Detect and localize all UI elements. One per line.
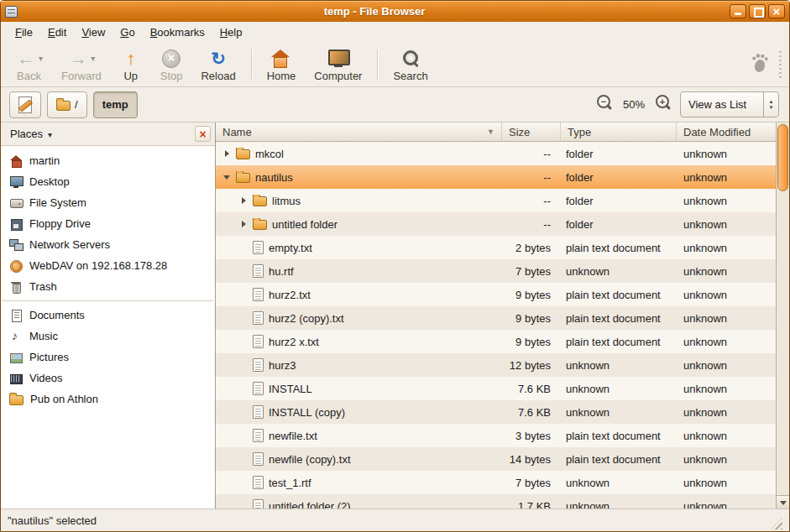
path-root-button[interactable]: /	[47, 91, 87, 118]
toolbar-button-icon-area: ▾	[15, 48, 43, 70]
file-row-hurz2-x-txt[interactable]: hurz2 x.txt9 bytesplain text documentunk…	[216, 330, 776, 353]
toolbar-grip[interactable]	[779, 51, 782, 78]
column-header-date-modified[interactable]: Date Modified	[677, 123, 776, 141]
view-mode-combobox[interactable]: View as List	[680, 91, 779, 117]
type-cell: folder	[561, 148, 677, 160]
reload-button[interactable]: Reload	[191, 44, 244, 86]
expander-expanded-icon[interactable]	[221, 171, 233, 184]
sidebar-close-button[interactable]	[195, 126, 211, 142]
back-button[interactable]: ▾Back	[6, 44, 52, 86]
file-row-litmus[interactable]: litmus--folderunknown	[216, 189, 776, 212]
zoom-out-icon	[595, 94, 614, 112]
sidebar-item-desktop[interactable]: Desktop	[1, 171, 215, 192]
dropdown-arrow-icon[interactable]: ▾	[91, 54, 95, 63]
expander-collapsed-icon[interactable]	[238, 218, 250, 231]
size-cell: --	[502, 195, 561, 207]
file-icon	[253, 241, 264, 254]
toolbar-button-icon-area	[120, 48, 142, 70]
file-row-newfile-txt[interactable]: newfile.txt3 bytesplain text documentunk…	[216, 424, 776, 447]
sidebar-item-music[interactable]: Music	[1, 326, 215, 347]
computer-button[interactable]: Computer	[305, 44, 371, 86]
home-icon	[270, 49, 292, 69]
sidebar-item-pub-on-athlon[interactable]: Pub on Athlon	[1, 389, 215, 409]
date-modified-cell: unknown	[677, 171, 776, 184]
maximize-button[interactable]	[749, 4, 766, 18]
resize-grip[interactable]	[771, 518, 782, 529]
name-cell: hurz2 (copy).txt	[216, 311, 502, 325]
file-row-untitled-folder[interactable]: untitled folder--folderunknown	[216, 212, 776, 236]
column-header-type[interactable]: Type	[561, 123, 677, 141]
expander-spacer	[238, 383, 250, 395]
name-cell: hurz3	[216, 358, 502, 372]
sidebar-item-floppy-drive[interactable]: Floppy Drive	[1, 213, 215, 234]
titlebar[interactable]: temp - File Browser	[1, 1, 789, 22]
expander-collapsed-icon[interactable]	[238, 195, 250, 207]
file-row-empty-txt[interactable]: empty.txt2 bytesplain text documentunkno…	[216, 236, 776, 259]
sidebar-item-network-servers[interactable]: Network Servers	[1, 234, 215, 255]
file-row-install[interactable]: INSTALL7.6 KBunknownunknown	[216, 377, 776, 400]
close-button[interactable]	[768, 4, 785, 18]
sidebar-item-martin[interactable]: martin	[1, 150, 215, 171]
menu-help[interactable]: Help	[212, 23, 250, 41]
column-header-size[interactable]: Size	[502, 123, 561, 141]
sidebar-item-file-system[interactable]: File System	[1, 192, 215, 213]
folder-icon	[9, 395, 24, 405]
file-row-hu-rtf[interactable]: hu.rtf7 bytesunknownunknown	[216, 259, 776, 283]
file-row-hurz3[interactable]: hurz312 bytesunknownunknown	[216, 353, 776, 377]
vertical-scrollbar[interactable]	[776, 123, 789, 509]
toolbar-button-label: Stop	[160, 70, 183, 82]
minimize-button[interactable]	[730, 4, 746, 18]
file-row-mkcol[interactable]: mkcol--folderunknown	[216, 142, 776, 165]
scrollbar-thumb[interactable]	[777, 124, 788, 191]
date-modified-cell: unknown	[677, 430, 776, 442]
menu-edit[interactable]: Edit	[40, 23, 74, 41]
name-cell: INSTALL	[216, 382, 502, 395]
expander-collapsed-icon[interactable]	[221, 148, 233, 160]
menu-go[interactable]: Go	[112, 23, 142, 41]
sidebar-item-trash[interactable]: Trash	[1, 276, 215, 297]
up-button[interactable]: Up	[111, 44, 151, 86]
file-name: hurz2.txt	[269, 289, 311, 301]
size-cell: 9 bytes	[502, 336, 561, 348]
forward-button[interactable]: ▾Forward	[52, 44, 111, 86]
name-cell: INSTALL (copy)	[216, 405, 502, 419]
music-icon	[9, 330, 23, 343]
menu-view[interactable]: View	[74, 23, 112, 41]
menu-bookmarks[interactable]: Bookmarks	[143, 23, 212, 41]
file-row-nautilus[interactable]: nautilus--folderunknown	[216, 165, 776, 189]
file-row-hurz2-txt[interactable]: hurz2.txt9 bytesplain text documentunkno…	[216, 283, 776, 306]
places-menu-button[interactable]: Places	[5, 126, 57, 142]
dropdown-arrow-icon[interactable]: ▾	[39, 54, 43, 63]
file-row-hurz2-copy-txt[interactable]: hurz2 (copy).txt9 bytesplain text docume…	[216, 306, 776, 330]
stop-button[interactable]: Stop	[151, 44, 192, 86]
file-row-test-1-rtf[interactable]: test_1.rtf7 bytesunknownunknown	[216, 471, 776, 494]
file-row-newfile-copy-txt[interactable]: newfile (copy).txt14 bytesplain text doc…	[216, 447, 776, 471]
type-cell: unknown	[561, 359, 677, 372]
home-button[interactable]: Home	[258, 44, 306, 86]
toggle-location-entry-button[interactable]	[9, 91, 41, 118]
trash-icon	[9, 280, 23, 294]
toolbar-button-icon-area	[400, 48, 421, 70]
file-row-untitled-folder-2[interactable]: untitled folder (2)1.7 KBunknownunknown	[216, 494, 776, 509]
search-button[interactable]: Search	[384, 44, 437, 86]
sidebar-item-videos[interactable]: Videos	[1, 368, 215, 389]
column-label: Date Modified	[683, 126, 751, 138]
toolbar-button-icon-area	[270, 48, 292, 70]
menu-file[interactable]: File	[8, 23, 40, 41]
expander-spacer	[238, 289, 250, 301]
user-home-icon	[9, 154, 23, 168]
scrollbar-down-button[interactable]	[777, 495, 789, 509]
zoom-out-button[interactable]	[594, 92, 615, 117]
sidebar-item-webdav-on-192-168-178-28[interactable]: WebDAV on 192.168.178.28	[1, 255, 215, 276]
toolbar: ▾Back▾ForwardUpStopReloadHomeComputerSea…	[1, 43, 789, 87]
size-cell: 9 bytes	[502, 312, 561, 325]
zoom-in-button[interactable]	[652, 92, 674, 117]
column-header-name[interactable]: Name▼	[216, 123, 502, 141]
sidebar-item-pictures[interactable]: Pictures	[1, 347, 215, 368]
file-row-install-copy[interactable]: INSTALL (copy)7.6 KBunknownunknown	[216, 400, 776, 424]
sidebar-item-documents[interactable]: Documents	[1, 305, 215, 326]
file-rows: mkcol--folderunknownnautilus--folderunkn…	[216, 142, 776, 509]
size-cell: 7 bytes	[502, 265, 561, 278]
main-content: Places martinDesktopFile SystemFloppy Dr…	[1, 123, 789, 509]
path-current-button[interactable]: temp	[93, 91, 138, 118]
